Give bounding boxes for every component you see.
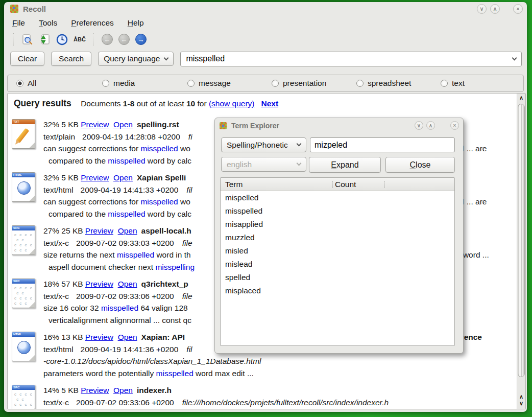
term-column-header[interactable]: Term xyxy=(225,178,243,191)
search-row: Clear Search Query language xyxy=(4,50,527,68)
result-file-url: file xyxy=(182,292,192,300)
scroll-up-icon[interactable]: ∧ xyxy=(517,94,525,103)
chevron-down-icon[interactable] xyxy=(512,55,517,60)
close-icon[interactable]: × xyxy=(450,121,459,130)
chevron-down-icon xyxy=(164,55,169,60)
spacer xyxy=(109,173,113,182)
search-input[interactable] xyxy=(186,54,513,63)
filter-text[interactable]: text xyxy=(441,79,465,88)
scroll-buttons[interactable]: ∧∨ xyxy=(517,393,525,407)
open-link[interactable]: Open xyxy=(113,120,133,129)
term-row[interactable]: misplaced xyxy=(221,284,454,297)
term-row[interactable]: spelled xyxy=(221,271,454,284)
result-date: 2009-04-19 14:41:36 +0200 xyxy=(81,345,179,354)
filter-label: media xyxy=(113,79,135,88)
close-icon[interactable]: × xyxy=(513,4,523,14)
maximize-icon[interactable]: ∧ xyxy=(490,4,500,14)
preview-link[interactable]: Preview xyxy=(85,280,113,288)
open-link[interactable]: Open xyxy=(113,386,133,395)
filter-all[interactable]: All xyxy=(16,79,36,88)
menu-file[interactable]: File xyxy=(12,18,25,28)
filter-label: text xyxy=(452,79,465,88)
language-dropdown[interactable]: english xyxy=(221,157,306,172)
term-table-header[interactable]: Term Count xyxy=(221,178,454,191)
term-input[interactable] xyxy=(310,137,455,152)
term-explorer-abc-icon[interactable]: ÅBĈ xyxy=(74,36,86,42)
clear-button[interactable]: Clear xyxy=(10,52,44,66)
preview-link[interactable]: Preview xyxy=(85,226,113,235)
preview-link[interactable]: Preview xyxy=(81,173,109,182)
expansion-mode-dropdown[interactable]: Spelling/Phonetic xyxy=(221,137,306,152)
chevron-down-icon xyxy=(297,142,302,147)
minimize-icon[interactable]: ∨ xyxy=(477,4,487,14)
term-row[interactable]: muzzled xyxy=(221,231,454,244)
result-relevance-size: 16% 13 KB xyxy=(43,333,85,341)
expand-button[interactable]: Expand xyxy=(309,157,381,173)
dialog-title: Term Explorer xyxy=(231,122,412,130)
sort-parameters-icon[interactable] xyxy=(39,34,51,45)
menu-tools[interactable]: Tools xyxy=(39,18,57,28)
close-button[interactable]: Close xyxy=(385,157,455,173)
query-language-dropdown[interactable]: Query language xyxy=(98,52,174,66)
filter-presentation[interactable]: presentation xyxy=(272,79,326,88)
show-query-link[interactable]: (show query) xyxy=(209,99,255,108)
maximize-icon[interactable]: ∧ xyxy=(426,121,435,130)
term-explorer-dialog: Term Explorer ∨ ∧ × Spelling/Phonetic en… xyxy=(214,118,464,354)
filter-media[interactable]: media xyxy=(102,79,135,88)
filter-message[interactable]: message xyxy=(187,79,231,88)
menu-help[interactable]: Help xyxy=(128,18,144,28)
previous-page-icon[interactable]: ← xyxy=(118,34,130,45)
next-page-icon[interactable]: → xyxy=(135,34,147,45)
search-combo[interactable] xyxy=(180,52,522,66)
snippet-text: compared to the xyxy=(49,156,108,165)
history-back-icon[interactable]: ← xyxy=(102,34,113,45)
term-row[interactable]: misspelled xyxy=(221,204,454,218)
scrollbar-thumb[interactable] xyxy=(518,104,525,377)
result-filename: aspell-local.h xyxy=(141,226,191,235)
toolbar-separator xyxy=(13,33,14,45)
main-titlebar[interactable]: Recoll ∨ ∧ × xyxy=(4,2,527,15)
spacer xyxy=(113,333,118,341)
term-row[interactable]: mislead xyxy=(221,258,454,271)
open-link[interactable]: Open xyxy=(113,173,133,182)
snippet-text: wo xyxy=(178,144,190,153)
dialog-titlebar[interactable]: Term Explorer ∨ ∧ × xyxy=(215,118,463,131)
radio-icon xyxy=(102,80,109,87)
spacer xyxy=(109,120,113,129)
globe-glyph xyxy=(17,181,31,195)
menu-preferences[interactable]: Preferences xyxy=(71,18,114,28)
results-total: 10 xyxy=(186,99,195,108)
count-column-header[interactable]: Count xyxy=(335,178,356,191)
result-mime-type: text/html xyxy=(43,186,74,194)
snippet-text: 64 valign 128 xyxy=(138,304,188,312)
open-link[interactable]: Open xyxy=(118,280,137,288)
show-query-details-icon[interactable] xyxy=(21,34,33,45)
term-row[interactable]: misapplied xyxy=(221,218,454,231)
open-link[interactable]: Open xyxy=(118,333,137,341)
term-row[interactable]: mispelled xyxy=(221,191,454,204)
preview-link[interactable]: Preview xyxy=(81,386,109,395)
file-type-strip: SRC xyxy=(12,385,35,390)
source-file-icon: SRCc c c c c cc c c cc c c xyxy=(12,279,35,308)
result-date: 2009-07-02 09:33:06 +0200 xyxy=(76,292,174,300)
spacer xyxy=(113,226,118,235)
search-button[interactable]: Search xyxy=(51,52,91,66)
file-type-strip: SRC xyxy=(12,226,35,230)
preview-link[interactable]: Preview xyxy=(81,120,109,129)
filter-spreadsheet[interactable]: spreadsheet xyxy=(356,79,411,88)
preview-link[interactable]: Preview xyxy=(85,333,113,341)
snippet-text: word in th xyxy=(154,250,191,259)
result-date: 2009-04-19 14:28:08 +0200 xyxy=(82,132,180,141)
result-filename: q3richtext_p xyxy=(141,280,188,288)
minimize-icon[interactable]: ∨ xyxy=(415,121,423,130)
results-scrollbar[interactable]: ∧ ∧∨ xyxy=(517,94,525,409)
sort-by-date-clock-icon[interactable] xyxy=(56,34,68,45)
snippet-text: word max edit ... xyxy=(194,369,254,378)
results-documents-label: Documents xyxy=(81,99,120,108)
expansion-mode-value: Spelling/Phonetic xyxy=(227,141,288,150)
results-header: Query results Documents 1-8 out of at le… xyxy=(8,94,525,117)
term-row[interactable]: misled xyxy=(221,244,454,258)
next-page-link[interactable]: Next xyxy=(261,99,278,108)
open-link[interactable]: Open xyxy=(118,226,137,235)
source-file-icon: SRCc c c c c cc c c cc c c xyxy=(12,225,35,255)
